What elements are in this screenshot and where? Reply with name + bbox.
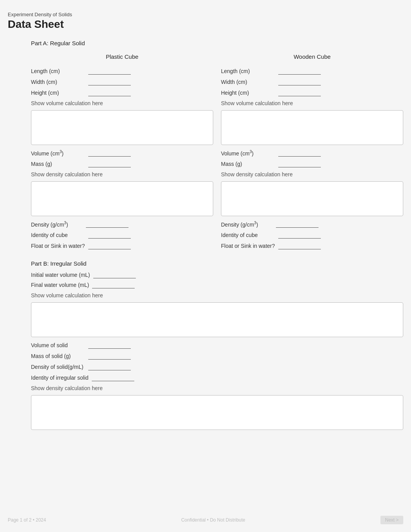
wooden-volume-label: Volume (cm3): [221, 150, 275, 157]
mass-of-solid-input[interactable]: [88, 353, 131, 360]
wooden-identity-input[interactable]: [278, 232, 321, 239]
plastic-identity-label: Identity of cube: [31, 232, 85, 238]
wooden-density-calc-label: Show density calculation here: [221, 171, 403, 177]
wooden-identity-label: Identity of cube: [221, 232, 275, 238]
experiment-title: Experiment Density of Solids: [8, 12, 403, 17]
plastic-density-label: Density (g/cm3): [31, 221, 85, 228]
wooden-volume-sup: 3: [250, 150, 252, 154]
wooden-width-label: Width (cm): [221, 79, 275, 85]
data-sheet-title: Data Sheet: [8, 18, 403, 31]
mass-of-solid-label: Mass of solid (g): [31, 353, 85, 359]
wooden-density-calc-box[interactable]: [221, 181, 403, 216]
wooden-height-label: Height (cm): [221, 90, 275, 96]
density-of-solid-input[interactable]: [88, 363, 131, 370]
plastic-width-input[interactable]: [88, 78, 131, 85]
wooden-volume-calc-box[interactable]: [221, 110, 403, 145]
wooden-float-sink-input[interactable]: [278, 242, 321, 249]
partb-density-calc-box[interactable]: [31, 395, 403, 430]
plastic-volume-label: Volume (cm3): [31, 150, 85, 157]
plastic-identity-input[interactable]: [88, 232, 131, 239]
wooden-float-sink-label: Float or Sink in water?: [221, 243, 275, 249]
identity-of-irregular-label: Identity of irregular solid: [31, 375, 89, 381]
volume-of-solid-input[interactable]: [88, 342, 131, 349]
plastic-volume-calc-label: Show volume calculation here: [31, 100, 213, 106]
wooden-volume-calc-label: Show volume calculation here: [221, 100, 403, 106]
plastic-volume-calc-box[interactable]: [31, 110, 213, 145]
footer: Page 1 of 2 • 2024 Confidential • Do Not…: [0, 516, 411, 524]
wooden-length-label: Length (cm): [221, 68, 275, 74]
plastic-volume-input[interactable]: [88, 150, 131, 157]
footer-left: Page 1 of 2 • 2024: [8, 517, 46, 523]
plastic-width-label: Width (cm): [31, 79, 85, 85]
footer-center: Confidential • Do Not Distribute: [181, 517, 245, 523]
plastic-float-sink-input[interactable]: [88, 242, 131, 249]
wooden-mass-label: Mass (g): [221, 161, 275, 167]
plastic-mass-input[interactable]: [88, 160, 131, 167]
wooden-density-sup: 3: [254, 221, 257, 225]
part-a-title: Part A: Regular Solid: [31, 40, 403, 46]
partb-volume-calc-label: Show volume calculation here: [31, 292, 403, 298]
footer-next-button[interactable]: Next >: [380, 516, 403, 524]
wooden-width-input[interactable]: [278, 78, 321, 85]
wooden-length-input[interactable]: [278, 68, 321, 75]
final-water-label: Final water volume (mL): [31, 282, 89, 288]
plastic-mass-label: Mass (g): [31, 161, 85, 167]
plastic-float-sink-label: Float or Sink in water?: [31, 243, 85, 249]
partb-density-calc-label: Show density calculation here: [31, 385, 403, 391]
wooden-height-input[interactable]: [278, 89, 321, 96]
wooden-cube-title: Wooden Cube: [221, 53, 403, 60]
plastic-height-label: Height (cm): [31, 90, 85, 96]
density-of-solid-label: Density of solid(g/mL): [31, 364, 85, 370]
part-b-title: Part B: Irregular Solid: [31, 260, 403, 267]
plastic-height-input[interactable]: [88, 89, 131, 96]
initial-water-input[interactable]: [93, 271, 136, 278]
identity-of-irregular-input[interactable]: [92, 374, 134, 381]
plastic-density-calc-box[interactable]: [31, 181, 213, 216]
initial-water-label: Initial water volume (mL): [31, 272, 90, 278]
plastic-length-label: Length (cm): [31, 68, 85, 74]
wooden-mass-input[interactable]: [278, 160, 321, 167]
final-water-input[interactable]: [92, 281, 135, 288]
wooden-density-input[interactable]: [276, 221, 319, 228]
plastic-volume-sup: 3: [60, 150, 62, 154]
partb-volume-calc-box[interactable]: [31, 302, 403, 337]
plastic-cube-title: Plastic Cube: [31, 53, 213, 60]
plastic-density-sup: 3: [64, 221, 67, 225]
volume-of-solid-label: Volume of solid: [31, 342, 85, 348]
plastic-length-input[interactable]: [88, 68, 131, 75]
wooden-density-label: Density (g/cm3): [221, 221, 275, 228]
wooden-volume-input[interactable]: [278, 150, 321, 157]
plastic-density-calc-label: Show density calculation here: [31, 171, 213, 177]
plastic-density-input[interactable]: [86, 221, 128, 228]
